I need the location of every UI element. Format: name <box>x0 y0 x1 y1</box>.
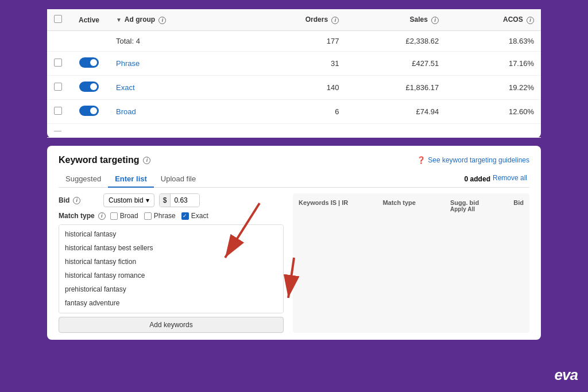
match-type-col-header: Match type <box>382 199 415 212</box>
match-type-label: Match type i <box>59 212 106 220</box>
keyword-item: historical fantasy fiction <box>59 255 283 269</box>
bid-col-header: Bid <box>513 199 524 212</box>
row-sales: £74.94 <box>346 100 446 124</box>
sugg-bid-col-header: Sugg. bid Apply All <box>450 199 479 212</box>
tab-suggested[interactable]: Suggested <box>59 171 108 188</box>
table-row: Broad 6 £74.94 12.60% <box>47 100 541 124</box>
row-checkbox[interactable] <box>54 107 62 115</box>
bid-info-icon[interactable]: i <box>73 197 80 204</box>
question-icon: ❓ <box>417 156 425 164</box>
row-toggle[interactable] <box>79 81 99 92</box>
panel-title-info-icon[interactable]: i <box>143 157 150 164</box>
match-checkboxes: Broad Phrase ✓ Exact <box>110 212 208 220</box>
row-orders: 31 <box>245 52 346 76</box>
row-orders: 140 <box>245 76 346 100</box>
eva-logo: eva <box>555 366 578 384</box>
active-column-header: Active <box>69 9 109 31</box>
remove-all-button[interactable]: Remove all <box>493 174 527 182</box>
keyword-item: historical fantasy romance <box>59 269 283 282</box>
orders-column-header: Orders i <box>245 9 346 31</box>
row-sales: £1,836.17 <box>346 76 446 100</box>
tab-upload-file[interactable]: Upload file <box>154 171 203 188</box>
ad-group-column-header: ▼ Ad group i <box>109 9 245 31</box>
ad-group-info-icon[interactable]: i <box>158 17 166 24</box>
row-toggle[interactable] <box>79 57 99 68</box>
sales-info-icon[interactable]: i <box>431 17 439 24</box>
row-name[interactable]: Broad <box>109 100 245 124</box>
keyword-item: fantasy adventure adult <box>59 310 283 313</box>
select-all-header <box>47 9 69 31</box>
total-row: Total: 4 177 £2,338.62 18.63% <box>47 31 541 52</box>
added-count: 0 added <box>465 175 490 183</box>
dropdown-chevron-icon: ▾ <box>146 196 149 204</box>
bottom-header: Keyword targeting i ❓ See keyword target… <box>59 155 529 165</box>
bid-dollar-sign: $ <box>160 194 171 207</box>
sales-column-header: Sales i <box>346 9 446 31</box>
row-checkbox[interactable] <box>54 83 62 91</box>
phrase-match-option[interactable]: Phrase <box>144 212 176 220</box>
exact-checkbox[interactable]: ✓ <box>181 212 189 220</box>
total-label: Total: 4 <box>109 31 245 52</box>
total-orders: 177 <box>245 31 346 52</box>
bid-value-input[interactable] <box>171 194 199 207</box>
row-acos: 19.22% <box>446 76 541 100</box>
keyword-item: historical fantasy best sellers <box>59 241 283 255</box>
panel-title: Keyword targeting i <box>59 155 150 165</box>
bid-type-dropdown[interactable]: Custom bid ▾ <box>103 193 154 207</box>
keyword-list[interactable]: historical fantasy historical fantasy be… <box>59 224 284 313</box>
apply-all-label: Apply All <box>450 206 479 212</box>
total-acos: 18.63% <box>446 31 541 52</box>
keyword-item: prehistorical fantasy <box>59 282 283 296</box>
row-orders: 6 <box>245 100 346 124</box>
right-section: Keywords IS | IR Match type Sugg. bid Ap… <box>293 193 529 333</box>
pagination-row: — <box>47 124 541 138</box>
keyword-item: historical fantasy <box>59 227 283 241</box>
acos-info-icon[interactable]: i <box>527 17 534 24</box>
orders-info-icon[interactable]: i <box>331 17 339 24</box>
match-type-form-row: Match type i Broad Phrase ✓ <box>59 212 284 220</box>
bid-label: Bid i <box>59 196 99 204</box>
left-section: Bid i Custom bid ▾ $ Match type <box>59 193 284 333</box>
tab-enter-list[interactable]: Enter list <box>108 171 154 188</box>
table-row: Phrase 31 £427.51 17.16% <box>47 52 541 76</box>
add-keywords-button[interactable]: Add keywords <box>59 317 284 333</box>
select-all-checkbox[interactable] <box>54 15 62 23</box>
see-guidelines-link[interactable]: ❓ See keyword targeting guidelines <box>417 156 529 164</box>
row-acos: 17.16% <box>446 52 541 76</box>
table-row: Exact 140 £1,836.17 19.22% <box>47 76 541 100</box>
keywords-col-header: Keywords IS | IR <box>299 199 348 212</box>
tabs-row: Suggested Enter list Upload file 0 added… <box>59 171 529 188</box>
bid-input-group: $ <box>159 193 200 207</box>
total-sales: £2,338.62 <box>346 31 446 52</box>
row-toggle[interactable] <box>79 106 99 116</box>
row-checkbox[interactable] <box>54 59 62 67</box>
keyword-targeting-panel: Keyword targeting i ❓ See keyword target… <box>47 146 541 340</box>
sort-arrow-icon[interactable]: ▼ <box>116 17 122 23</box>
row-name[interactable]: Phrase <box>109 52 245 76</box>
phrase-checkbox[interactable] <box>144 212 152 220</box>
keyword-item: fantasy adventure <box>59 296 283 310</box>
row-name[interactable]: Exact <box>109 76 245 100</box>
broad-match-option[interactable]: Broad <box>110 212 138 220</box>
exact-match-option[interactable]: ✓ Exact <box>181 212 208 220</box>
broad-checkbox[interactable] <box>110 212 118 220</box>
acos-column-header: ACOS i <box>446 9 541 31</box>
bid-form-row: Bid i Custom bid ▾ $ <box>59 193 284 207</box>
match-type-info-icon[interactable]: i <box>98 212 106 220</box>
row-acos: 12.60% <box>446 100 541 124</box>
bottom-content: Bid i Custom bid ▾ $ Match type <box>59 193 529 333</box>
ad-group-table: Active ▼ Ad group i Orders i Sales i ACO… <box>47 9 541 138</box>
row-sales: £427.51 <box>346 52 446 76</box>
